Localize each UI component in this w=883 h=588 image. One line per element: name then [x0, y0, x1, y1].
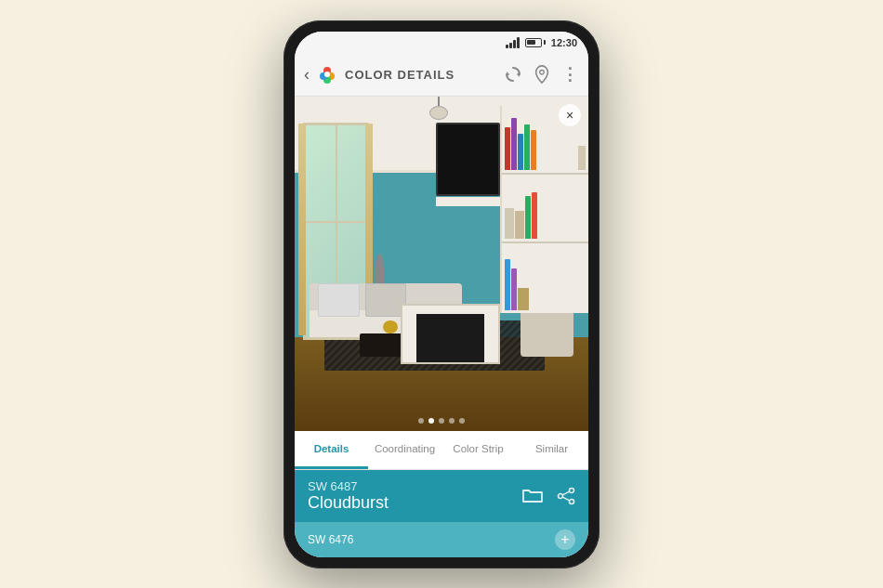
- dot-4[interactable]: [449, 418, 455, 424]
- phone-screen: 12:30 ‹ COLOR DETAILS: [295, 32, 588, 557]
- share-icon[interactable]: [557, 487, 575, 505]
- dot-3[interactable]: [439, 418, 444, 424]
- svg-point-4: [324, 72, 330, 77]
- color-actions: [521, 487, 575, 505]
- app-bar: ‹ COLOR DETAILS: [295, 54, 588, 97]
- tab-color-strip[interactable]: Color Strip: [442, 431, 515, 469]
- color-name-block: SW 6487 Cloudburst: [308, 479, 389, 513]
- image-dots-indicator: [418, 418, 465, 424]
- phone-device: 12:30 ‹ COLOR DETAILS: [283, 20, 600, 568]
- svg-point-7: [540, 70, 545, 74]
- dot-2[interactable]: [428, 418, 434, 424]
- signal-icon: [506, 37, 520, 48]
- app-bar-actions: ⋮: [504, 64, 579, 85]
- color-code: SW 6487: [308, 479, 389, 493]
- swatch-code: SW 6476: [308, 533, 353, 546]
- app-title: COLOR DETAILS: [345, 68, 496, 82]
- svg-point-8: [570, 488, 574, 492]
- status-time: 12:30: [551, 37, 577, 48]
- svg-point-10: [570, 499, 574, 503]
- svg-line-11: [562, 491, 569, 495]
- svg-marker-5: [517, 72, 520, 77]
- dot-5[interactable]: [459, 418, 465, 424]
- status-bar: 12:30: [295, 32, 588, 54]
- close-button[interactable]: ×: [559, 104, 581, 126]
- sync-icon[interactable]: [504, 65, 522, 84]
- add-swatch-button[interactable]: +: [555, 529, 575, 550]
- back-button[interactable]: ‹: [304, 65, 310, 85]
- svg-point-9: [559, 493, 563, 498]
- battery-icon: [525, 38, 546, 47]
- color-info-section: SW 6487 Cloudburst: [295, 470, 588, 522]
- swatch-row: SW 6476 +: [295, 522, 588, 557]
- tab-coordinating[interactable]: Coordinating: [368, 431, 442, 469]
- color-name: Cloudburst: [308, 493, 389, 513]
- dot-1[interactable]: [418, 418, 424, 424]
- svg-marker-6: [507, 72, 509, 77]
- more-options-icon[interactable]: ⋮: [561, 64, 579, 85]
- room-image-area: ×: [295, 97, 588, 431]
- tab-bar: Details Coordinating Color Strip Similar: [295, 431, 588, 470]
- svg-line-12: [562, 497, 569, 501]
- location-icon[interactable]: [534, 65, 550, 84]
- room-scene: [295, 97, 588, 431]
- tab-details[interactable]: Details: [295, 431, 368, 469]
- app-logo: [317, 64, 337, 85]
- folder-icon[interactable]: [521, 487, 544, 505]
- tab-similar[interactable]: Similar: [515, 431, 588, 469]
